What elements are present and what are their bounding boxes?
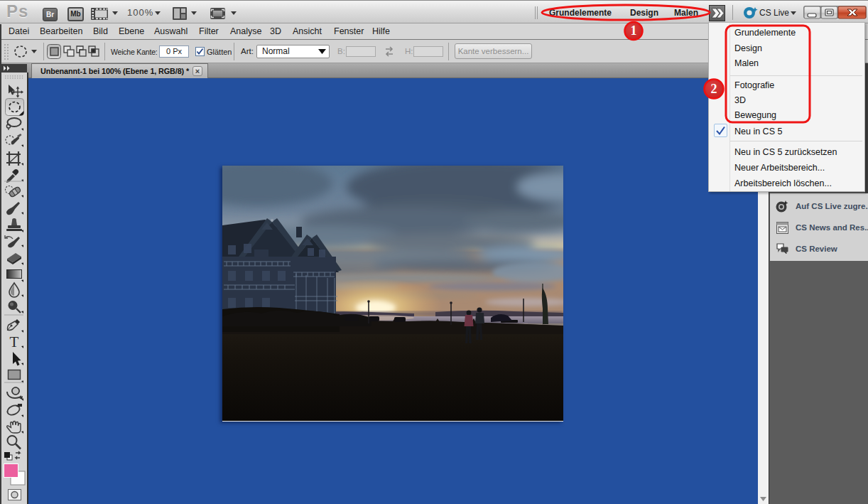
svg-text:T: T (10, 333, 19, 350)
